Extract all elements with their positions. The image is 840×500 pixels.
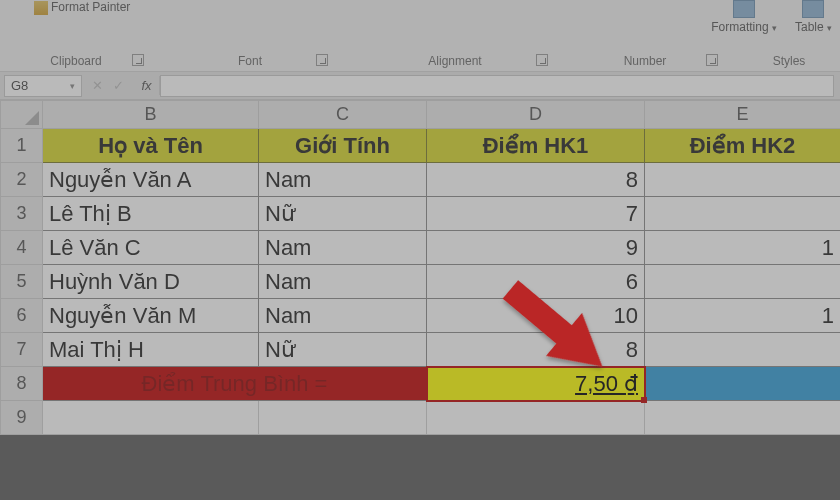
ribbon-group-number: Number bbox=[570, 54, 720, 68]
row-header[interactable]: 9 bbox=[1, 401, 43, 435]
format-as-table-button[interactable]: Table ▾ bbox=[795, 0, 832, 34]
ribbon-group-clipboard: Clipboard bbox=[6, 54, 146, 68]
conditional-formatting-button[interactable]: Formatting ▾ bbox=[711, 0, 777, 34]
row-header[interactable]: 3 bbox=[1, 197, 43, 231]
table-grid-icon bbox=[733, 0, 755, 18]
row-header[interactable]: 5 bbox=[1, 265, 43, 299]
cell[interactable] bbox=[645, 367, 841, 401]
dialog-launcher-icon[interactable] bbox=[706, 54, 718, 66]
format-painter-button[interactable]: Format Painter bbox=[34, 0, 130, 15]
column-header[interactable]: E bbox=[645, 101, 841, 129]
column-header-row: B C D E bbox=[1, 101, 841, 129]
ribbon-group-font: Font bbox=[170, 54, 330, 68]
chevron-down-icon: ▾ bbox=[772, 23, 777, 33]
cell[interactable]: 7 bbox=[427, 197, 645, 231]
enter-icon[interactable]: ✓ bbox=[113, 78, 124, 93]
average-value-cell[interactable]: 7,50 ₫ bbox=[427, 367, 645, 401]
cell[interactable]: Nam bbox=[259, 231, 427, 265]
dialog-launcher-icon[interactable] bbox=[316, 54, 328, 66]
cell[interactable]: Giới Tính bbox=[259, 129, 427, 163]
row-header[interactable]: 4 bbox=[1, 231, 43, 265]
cell[interactable]: Họ và Tên bbox=[43, 129, 259, 163]
cell[interactable]: Điểm HK1 bbox=[427, 129, 645, 163]
cell[interactable]: Nam bbox=[259, 265, 427, 299]
row-header[interactable]: 8 bbox=[1, 367, 43, 401]
fx-button[interactable]: fx bbox=[134, 76, 160, 95]
name-box-value: G8 bbox=[11, 78, 28, 93]
chevron-down-icon: ▾ bbox=[70, 81, 75, 91]
cell[interactable]: Nữ bbox=[259, 333, 427, 367]
cell[interactable]: Lê Văn C bbox=[43, 231, 259, 265]
formula-bar-row: G8 ▾ ✕ ✓ fx bbox=[0, 72, 840, 100]
cell[interactable]: 6 bbox=[427, 265, 645, 299]
dialog-launcher-icon[interactable] bbox=[132, 54, 144, 66]
cell[interactable]: Nữ bbox=[259, 197, 427, 231]
cell[interactable]: Nam bbox=[259, 163, 427, 197]
cancel-icon[interactable]: ✕ bbox=[92, 78, 103, 93]
cell[interactable]: Điểm HK2 bbox=[645, 129, 841, 163]
select-all-corner[interactable] bbox=[1, 101, 43, 129]
formula-bar[interactable] bbox=[160, 75, 834, 97]
table-grid-icon bbox=[802, 0, 824, 18]
cell[interactable]: Nam bbox=[259, 299, 427, 333]
cell[interactable] bbox=[259, 401, 427, 435]
cell[interactable]: Mai Thị H bbox=[43, 333, 259, 367]
ribbon: Format Painter Clipboard Font Alignment … bbox=[0, 0, 840, 72]
column-header[interactable]: B bbox=[43, 101, 259, 129]
cell[interactable] bbox=[645, 333, 841, 367]
cell[interactable]: 9 bbox=[427, 231, 645, 265]
row-header[interactable]: 6 bbox=[1, 299, 43, 333]
cell[interactable]: Nguyễn Văn M bbox=[43, 299, 259, 333]
cell[interactable]: Nguyễn Văn A bbox=[43, 163, 259, 197]
ribbon-group-alignment: Alignment bbox=[360, 54, 550, 68]
average-label-cell[interactable]: Điểm Trung Bình = bbox=[43, 367, 427, 401]
cell[interactable]: 8 bbox=[427, 333, 645, 367]
ribbon-group-styles: Styles bbox=[744, 54, 834, 68]
dialog-launcher-icon[interactable] bbox=[536, 54, 548, 66]
cell[interactable] bbox=[645, 265, 841, 299]
cell[interactable]: Huỳnh Văn D bbox=[43, 265, 259, 299]
row-header[interactable]: 1 bbox=[1, 129, 43, 163]
cell[interactable] bbox=[427, 401, 645, 435]
name-box[interactable]: G8 ▾ bbox=[4, 75, 82, 97]
column-header[interactable]: C bbox=[259, 101, 427, 129]
spreadsheet-grid[interactable]: B C D E 1 Họ và Tên Giới Tính Điểm HK1 Đ… bbox=[0, 100, 840, 435]
row-header[interactable]: 2 bbox=[1, 163, 43, 197]
row-header[interactable]: 7 bbox=[1, 333, 43, 367]
cell[interactable] bbox=[645, 401, 841, 435]
cell[interactable]: 1 bbox=[645, 299, 841, 333]
cell[interactable]: 8 bbox=[427, 163, 645, 197]
paintbrush-icon bbox=[34, 1, 48, 15]
cell[interactable]: 10 bbox=[427, 299, 645, 333]
cell[interactable] bbox=[43, 401, 259, 435]
format-painter-label: Format Painter bbox=[51, 0, 130, 14]
column-header[interactable]: D bbox=[427, 101, 645, 129]
cell[interactable] bbox=[645, 197, 841, 231]
cell[interactable]: 1 bbox=[645, 231, 841, 265]
cell[interactable] bbox=[645, 163, 841, 197]
cell[interactable]: Lê Thị B bbox=[43, 197, 259, 231]
chevron-down-icon: ▾ bbox=[827, 23, 832, 33]
